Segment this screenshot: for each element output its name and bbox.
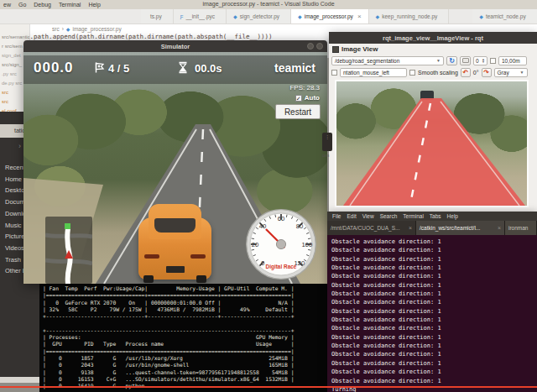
terminal-line: | 0 1857 G /usr/lib/xorg/Xorg 254MiB |	[43, 355, 327, 362]
rqt-toolbar-row-2: ntation_mouse_left Smooth scaling ↶ 0° ↷…	[329, 66, 537, 78]
gpu-terminal[interactable]: | Fan Temp Perf Pwr:Usage/Cap| Memory-Us…	[39, 284, 327, 392]
breadcrumb-folder[interactable]: src	[52, 26, 60, 32]
window-buttons	[307, 43, 323, 50]
terminal-tab[interactable]: ironman	[505, 221, 537, 235]
terminal-line: Obstacle avoidance direction: 1	[331, 290, 537, 298]
terminal-tab[interactable]: /catkin_ws/src/teamict/l... ×	[416, 221, 505, 235]
rqt-title: rqt_image_view__ImageView - rqt	[383, 34, 483, 42]
desktop: { "top_bar": { "menus": ["ew", "Go", "De…	[0, 0, 537, 392]
terminal-line: Obstacle avoidance direction: 1	[331, 324, 537, 332]
terminal-line: Obstacle avoidance direction: 1	[331, 281, 537, 290]
minimap-graphic	[45, 217, 92, 284]
hud-checkpoint: 4 / 5	[108, 62, 129, 75]
refresh-topics-button[interactable]: ↻	[446, 56, 457, 65]
terminal-line: Obstacle avoidance direction: 1	[331, 350, 537, 358]
gauge-tick-label: 80	[296, 222, 304, 230]
close-tab-icon[interactable]: ×	[409, 225, 412, 231]
menu-item[interactable]: Help	[88, 2, 100, 8]
editor-tab[interactable]: ◆ image_processor.py ×	[291, 9, 368, 24]
close-button[interactable]	[316, 43, 323, 50]
colormap-value: Gray	[498, 70, 509, 76]
auto-checkbox[interactable]: ✓	[295, 95, 302, 102]
terminal-tab-label: ironman	[508, 225, 528, 231]
code-text: sys.path.append(path.dirname(path.dirnam…	[18, 33, 273, 40]
gauge-tick-label: 0	[261, 259, 264, 267]
editor-tab-label: teamict_node.py	[486, 13, 526, 19]
menu-item[interactable]: Terminal	[59, 2, 81, 8]
menu-item[interactable]: ew	[3, 2, 11, 8]
range-checkbox[interactable]	[490, 58, 496, 64]
simulator-title-bar[interactable]: Simulator	[23, 40, 327, 52]
terminal-output[interactable]: Obstacle avoidance direction: 1Obstacle …	[327, 235, 537, 392]
terminal-line: |=======================================…	[43, 348, 327, 355]
breadcrumb-file-icon: ◆	[66, 26, 70, 32]
close-tab-icon[interactable]: ×	[357, 13, 362, 20]
rotate-left-button[interactable]: ↶	[461, 68, 471, 77]
occluded-window-edge-label: om	[322, 153, 329, 158]
checkpoint-flag-icon	[94, 61, 105, 74]
speedometer: 0 20 40 60 80 100 120 Digital Race	[245, 208, 317, 280]
terminal-line: Obstacle avoidance direction: 1	[331, 298, 537, 306]
gauge-tick-label: 60	[278, 215, 285, 222]
window-edge	[0, 377, 39, 383]
dock-handle[interactable]: ⋮	[322, 133, 332, 151]
gauge-tick-label: 40	[259, 222, 267, 230]
editor-tab[interactable]: Ƒ __init__.pyc	[174, 9, 227, 24]
hud-score: 000.0	[34, 60, 74, 76]
global-menu-bar: ewGoDebugTerminalHelp	[0, 0, 537, 9]
menu-item[interactable]: Debug	[34, 2, 51, 8]
file-type-icon: Ƒ	[180, 14, 184, 19]
terminal-menu-item[interactable]: Search	[380, 213, 398, 219]
topic-dropdown[interactable]: /debug/road_segmentation ▼	[331, 56, 444, 65]
smooth-scaling-checkbox[interactable]	[409, 70, 415, 76]
chevron-down-icon: ▼	[436, 58, 441, 63]
car-license-plate	[166, 266, 185, 273]
editor-tab[interactable]: ts.py	[141, 9, 174, 24]
chevron-down-icon: ▼	[520, 70, 524, 75]
editor-tab-label: __init__.pyc	[185, 13, 215, 19]
zoom-spinbox[interactable]: 0 ▲▼	[473, 56, 487, 65]
gauge-tick-label: 100	[302, 241, 313, 248]
auto-checkbox-row: ✓ Auto	[295, 94, 320, 102]
car-tire	[143, 275, 154, 283]
terminal-menu-item[interactable]: Tabs	[430, 213, 441, 219]
range-field[interactable]: 10,00m	[498, 56, 527, 65]
terminal-menu-item[interactable]: Help	[447, 213, 458, 219]
terminal-line: | GPU PID Type Process name Usage |	[43, 341, 327, 348]
terminal-menu-item[interactable]: Terminal	[403, 213, 424, 219]
close-tab-icon[interactable]: ×	[498, 225, 501, 231]
simulator-window: Simulator	[23, 40, 327, 284]
spin-arrows-icon[interactable]: ▲▼	[482, 58, 485, 63]
terminal-tab-bar: /mnt/DATA/CUOC_DUA_S... × /catkin_ws/src…	[327, 221, 537, 235]
minimize-button[interactable]	[307, 43, 314, 50]
editor-tab[interactable]: ◆ teamict_node.py	[472, 9, 537, 24]
terminal-tab[interactable]: /mnt/DATA/CUOC_DUA_S... ×	[327, 221, 416, 235]
terminal-menu-item[interactable]: Edit	[347, 213, 356, 219]
rqt-title-bar[interactable]: rqt_image_view__ImageView - rqt	[329, 32, 537, 44]
vscode-tab-bar: ts.py Ƒ __init__.pyc ◆ sign_detector.py …	[0, 9, 537, 24]
player-car	[138, 204, 211, 283]
minimap	[45, 217, 92, 284]
terminal-line: Obstacle avoidance direction: 1	[331, 316, 537, 324]
editor-tab[interactable]: ◆ sign_detector.py	[227, 9, 291, 24]
terminal-line: Obstacle avoidance direction: 1	[331, 368, 537, 376]
colormap-dropdown[interactable]: Gray ▼	[494, 68, 528, 77]
terminal-menu-item[interactable]: File	[332, 213, 341, 219]
save-image-button[interactable]	[460, 56, 471, 65]
car-tire	[196, 275, 206, 283]
image-view-icon	[332, 46, 339, 53]
terminal-line: Obstacle avoidance direction: 1	[331, 264, 537, 272]
expander-icon[interactable]: ›	[18, 142, 21, 150]
editor-tab[interactable]: ◆ keep_running_node.py	[369, 9, 450, 24]
restart-button[interactable]: Restart	[275, 104, 321, 119]
menu-item[interactable]: Go	[18, 2, 26, 8]
terminal-menu-item[interactable]: View	[362, 213, 374, 219]
editor-tab-label: image_processor.py	[305, 13, 353, 19]
rotate-right-button[interactable]: ↷	[482, 68, 492, 77]
mouse-topic-field[interactable]: ntation_mouse_left	[340, 68, 407, 77]
mouse-topic-checkbox[interactable]	[331, 70, 337, 76]
breadcrumb-file[interactable]: image_processor.py	[72, 26, 121, 32]
terminal-line: | Processes: GPU Memory |	[43, 334, 327, 341]
zoom-value: 0	[476, 58, 479, 64]
terminal-line: | Fan Temp Perf Pwr:Usage/Cap| Memory-Us…	[43, 285, 327, 292]
